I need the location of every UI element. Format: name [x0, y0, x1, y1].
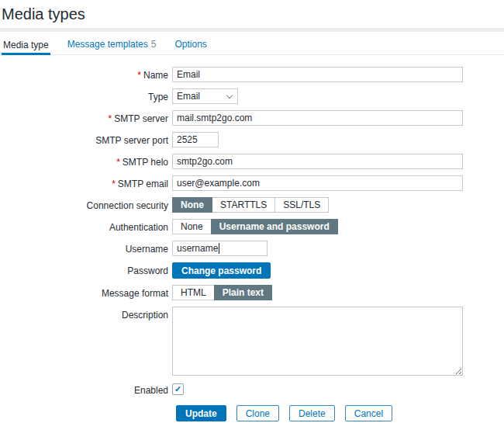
- smtp-port-row: SMTP server port: [0, 132, 504, 147]
- type-label: Type: [0, 88, 172, 102]
- tab-message-templates[interactable]: Message templates5: [66, 32, 158, 54]
- delete-button[interactable]: Delete: [289, 405, 335, 421]
- page-title: Media types: [0, 0, 504, 28]
- type-select-value: Email: [177, 91, 200, 102]
- enabled-checkbox[interactable]: ✓: [172, 383, 184, 395]
- update-button[interactable]: Update: [176, 405, 226, 421]
- connection-security-row: Connection security None STARTTLS SSL/TL…: [0, 197, 504, 213]
- required-asterisk: *: [116, 157, 120, 168]
- authentication-option-userpass[interactable]: Username and password: [211, 219, 338, 234]
- checkmark-icon: ✓: [174, 385, 181, 394]
- smtp-port-input[interactable]: [172, 132, 219, 147]
- name-input[interactable]: [172, 67, 463, 82]
- username-input[interactable]: username: [172, 241, 268, 256]
- description-label: Description: [0, 307, 172, 321]
- smtp-helo-input[interactable]: [172, 154, 463, 169]
- authentication-label: Authentication: [0, 219, 172, 233]
- message-format-option-plaintext[interactable]: Plain text: [214, 285, 272, 300]
- authentication-option-none[interactable]: None: [172, 219, 212, 234]
- tab-bar: Media type Message templates5 Options: [0, 32, 504, 55]
- message-format-label: Message format: [0, 285, 172, 299]
- connection-security-label: Connection security: [0, 197, 172, 211]
- connection-security-option-starttls[interactable]: STARTTLS: [212, 197, 275, 213]
- tab-media-type[interactable]: Media type: [2, 33, 50, 55]
- cancel-button[interactable]: Cancel: [345, 405, 392, 421]
- username-value: username: [177, 243, 218, 254]
- smtp-helo-row: *SMTP helo: [0, 154, 504, 169]
- change-password-button[interactable]: Change password: [172, 262, 271, 279]
- smtp-server-label: SMTP server: [114, 113, 168, 124]
- description-textarea[interactable]: [172, 307, 463, 376]
- connection-security-option-none[interactable]: None: [172, 197, 212, 213]
- smtp-port-label: SMTP server port: [0, 132, 172, 146]
- clone-button[interactable]: Clone: [236, 405, 279, 421]
- chevron-down-icon: [226, 92, 233, 98]
- type-select[interactable]: Email: [172, 88, 238, 104]
- required-asterisk: *: [112, 179, 116, 189]
- username-label: Username: [0, 241, 172, 255]
- connection-security-option-ssltls[interactable]: SSL/TLS: [274, 197, 329, 213]
- tab-options[interactable]: Options: [173, 32, 208, 54]
- message-format-segments: HTML Plain text: [172, 285, 272, 300]
- name-label: Name: [143, 70, 168, 81]
- description-row: Description: [0, 307, 504, 376]
- authentication-row: Authentication None Username and passwor…: [0, 219, 504, 234]
- required-asterisk: *: [137, 70, 141, 81]
- smtp-helo-label: SMTP helo: [123, 157, 168, 168]
- media-type-form: *Name Type Email *SMTP server SMTP serve…: [0, 67, 504, 421]
- message-format-row: Message format HTML Plain text: [0, 285, 504, 300]
- connection-security-segments: None STARTTLS SSL/TLS: [172, 197, 329, 213]
- tab-message-templates-label: Message templates: [67, 39, 148, 50]
- smtp-server-row: *SMTP server: [0, 110, 504, 126]
- password-row: Password Change password: [0, 262, 504, 279]
- password-label: Password: [0, 262, 172, 276]
- enabled-label: Enabled: [0, 382, 172, 396]
- smtp-email-input[interactable]: [172, 175, 463, 191]
- required-asterisk: *: [109, 113, 112, 124]
- smtp-server-input[interactable]: [172, 110, 463, 126]
- text-cursor: [219, 243, 219, 254]
- form-footer: Update Clone Delete Cancel: [176, 405, 504, 421]
- smtp-email-label: SMTP email: [118, 179, 168, 189]
- name-row: *Name: [0, 67, 504, 82]
- message-templates-count: 5: [151, 39, 157, 50]
- authentication-segments: None Username and password: [172, 219, 338, 234]
- type-row: Type Email: [0, 88, 504, 104]
- username-row: Username username: [0, 241, 504, 256]
- smtp-email-row: *SMTP email: [0, 175, 504, 191]
- message-format-option-html[interactable]: HTML: [172, 285, 215, 300]
- enabled-row: Enabled ✓: [0, 382, 504, 396]
